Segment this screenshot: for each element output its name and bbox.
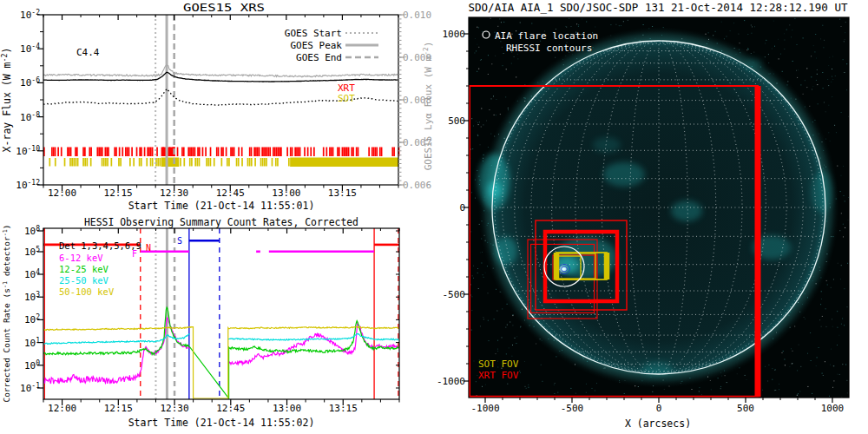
noise-dot <box>592 388 593 389</box>
sot-exposure-tick <box>71 158 73 167</box>
noise-dot <box>496 289 496 290</box>
xrt-exposure-tick <box>141 148 142 157</box>
noise-dot <box>483 124 483 125</box>
noise-dot <box>477 273 478 273</box>
noise-dot <box>844 195 845 196</box>
sot-exposure-tick <box>180 158 181 167</box>
noise-dot <box>817 74 818 75</box>
noise-dot <box>505 96 506 97</box>
xrt-exposure-tick <box>273 148 274 157</box>
noise-dot <box>471 118 472 119</box>
hessi-legend-label: 12-25 keV <box>59 264 109 274</box>
noise-dot <box>503 65 503 66</box>
noise-dot <box>477 268 478 269</box>
noise-dot <box>481 127 482 128</box>
sot-exposure-tick <box>249 158 251 167</box>
noise-dot <box>811 76 812 77</box>
noise-dot <box>471 296 472 297</box>
noise-dot <box>586 384 587 385</box>
noise-dot <box>846 63 847 64</box>
xrt-exposure-tick <box>183 148 185 157</box>
sot-exposure-tick <box>266 158 267 167</box>
noise-dot <box>822 373 823 374</box>
noise-dot <box>481 59 482 60</box>
xrt-exposure-tick <box>55 148 56 157</box>
hessi-x-tick-label: 12:00 <box>48 403 76 414</box>
noise-dot <box>701 394 702 395</box>
noise-dot <box>817 357 818 358</box>
aia-x-tick-label: 1000 <box>821 403 845 414</box>
xrt-fov-label: XRT FOV <box>478 370 519 381</box>
noise-dot <box>841 112 842 113</box>
noise-dot <box>582 18 582 19</box>
noise-dot <box>832 319 832 319</box>
noise-dot <box>571 26 572 27</box>
noise-dot <box>846 380 847 381</box>
noise-dot <box>823 88 824 89</box>
sot-exposure-tick <box>236 158 238 167</box>
noise-dot <box>471 192 472 193</box>
noise-dot <box>516 336 517 337</box>
noise-dot <box>497 351 498 352</box>
noise-dot <box>796 70 797 71</box>
noise-dot <box>837 327 838 328</box>
noise-dot <box>474 53 475 54</box>
xrt-exposure-tick <box>277 148 279 157</box>
goes-y-tick-label: 10-12 <box>16 179 40 191</box>
xrt-exposure-tick <box>98 148 100 157</box>
xrt-exposure-tick <box>189 148 191 157</box>
xrt-exposure-tick <box>105 148 107 157</box>
noise-dot <box>836 132 837 133</box>
sot-exposure-tick <box>69 158 71 167</box>
noise-dot <box>833 380 834 381</box>
noise-dot <box>792 351 793 352</box>
xrt-exposure-tick <box>368 148 370 157</box>
noise-dot <box>556 29 556 30</box>
xrt-exposure-tick <box>255 148 257 157</box>
noise-dot <box>835 76 836 76</box>
noise-dot <box>827 285 828 286</box>
noise-dot <box>514 56 515 57</box>
hessi-y-tick-label: 103 <box>24 291 40 303</box>
noise-dot <box>480 253 481 253</box>
xrt-exposure-tick <box>205 148 207 157</box>
xrt-exposure-tick <box>216 148 218 157</box>
xrt-exposure-tick <box>218 148 220 157</box>
noise-dot <box>833 279 834 279</box>
noise-dot <box>485 273 486 273</box>
xrt-exposure-tick <box>76 148 78 157</box>
noise-dot <box>778 39 779 40</box>
noise-dot <box>799 391 800 391</box>
noise-dot <box>846 89 847 90</box>
noise-dot <box>623 21 624 22</box>
noise-dot <box>528 387 529 388</box>
sot-exposure-tick <box>210 158 212 167</box>
goes-xrs-plot: GOES15 XRS10-210-410-610-810-1010-120.01… <box>0 0 434 217</box>
xrt-exposure-tick <box>391 148 393 157</box>
noise-dot <box>708 32 709 33</box>
noise-dot <box>800 84 801 85</box>
xrt-exposure-tick <box>156 148 158 157</box>
sot-exposure-tick <box>103 158 105 167</box>
noise-dot <box>478 47 479 48</box>
noise-dot <box>479 122 480 122</box>
sot-exposure-tick <box>82 158 84 167</box>
noise-dot <box>841 26 842 27</box>
noise-dot <box>528 385 529 385</box>
noise-dot <box>586 22 587 23</box>
noise-dot <box>566 27 567 28</box>
noise-dot <box>841 265 842 266</box>
sot-exposure-tick <box>241 158 243 167</box>
sot-exposure-tick <box>87 158 89 167</box>
xrt-exposure-tick <box>177 148 179 157</box>
noise-dot <box>555 383 556 384</box>
noise-dot <box>586 392 587 393</box>
noise-dot <box>489 109 490 110</box>
sot-exposure-tick <box>55 158 56 167</box>
noise-dot <box>823 375 824 376</box>
goes-xlabel: Start Time (21-Oct-14 11:55:01) <box>128 200 315 212</box>
noise-dot <box>779 389 779 390</box>
noise-dot <box>565 26 566 27</box>
noise-dot <box>513 314 514 315</box>
sot-exposure-tick <box>129 158 131 167</box>
